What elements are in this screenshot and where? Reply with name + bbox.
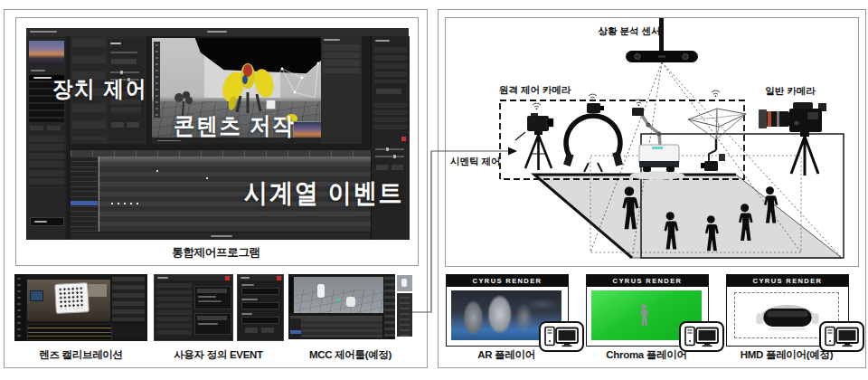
label-situation-sensor: 상황 분석 센서 <box>584 25 675 38</box>
spider-cam-icon <box>688 109 746 171</box>
timeline-selected-track <box>71 201 98 205</box>
calibration-board <box>54 282 90 314</box>
label-semantic-control: 시멘틱 제어 <box>450 156 500 168</box>
caption-lens-calibration: 렌즈 캘리브레이션 <box>14 348 147 362</box>
pc-monitor-icon <box>543 326 580 347</box>
timeline-ruler <box>71 150 371 157</box>
sidebar-input <box>30 217 64 226</box>
cinema-camera-icon <box>759 102 826 176</box>
chroma-player-titlebar: CYRUS RENDER <box>587 275 708 287</box>
stage-floor <box>534 175 842 258</box>
ring-rail-camera-icon <box>563 103 623 172</box>
label-general-camera: 일반 카메라 <box>754 85 826 98</box>
mcc-tool-screenshot <box>288 274 395 339</box>
record-indicator <box>401 137 406 141</box>
overlay-content-authoring: 콘텐츠 저작 <box>174 110 295 142</box>
pc-monitor-badge <box>819 321 864 352</box>
scene-objects-panel <box>321 36 362 144</box>
robot-arm-camera-icon <box>630 108 684 180</box>
overlay-timeseries-event: 시계열 이벤트 <box>244 176 403 212</box>
ptz-camera-icon <box>515 113 553 170</box>
user-event-screenshot-side <box>237 274 284 341</box>
label-remote-cameras: 원격 제어 카메라 <box>499 84 571 97</box>
caption-user-event: 사용자 정의 EVENT <box>152 348 285 362</box>
caption-mcc-tool: MCC 제어툴(예정) <box>288 348 412 362</box>
editor-title-dash <box>207 31 227 33</box>
pc-monitor-icon <box>824 326 860 347</box>
camera-feed <box>27 280 110 321</box>
overlay-device-control: 장치 제어 <box>52 74 147 104</box>
viewport-left-toolbar <box>154 42 160 118</box>
pc-monitor-icon <box>684 326 720 347</box>
mcc-viewport <box>294 277 383 313</box>
sidebar-button-1 <box>30 126 43 130</box>
timeline-track-list <box>71 157 98 232</box>
mcc-side-panel <box>397 275 412 337</box>
studio-diagram <box>446 18 856 264</box>
preview-thumbnail <box>29 41 64 65</box>
mcc-timeline <box>290 316 382 337</box>
vr-headset-icon <box>751 296 824 336</box>
system-infographic: 장치 제어 콘텐츠 저작 시계열 이벤트 통합제어프로그램 <box>0 0 868 380</box>
ar-player-titlebar: CYRUS RENDER <box>447 275 568 287</box>
record-dot <box>277 276 281 280</box>
lens-calibration-screenshot <box>14 274 147 341</box>
user-event-screenshot-main <box>154 274 233 341</box>
caption-integrated-control: 통합제어프로그램 <box>15 245 417 261</box>
editor-menu-dashes <box>30 31 57 33</box>
editor-sidebar <box>27 36 66 240</box>
sidebar-button-2 <box>47 126 61 130</box>
pc-monitor-badge <box>679 321 724 352</box>
timeline-playhead <box>99 157 99 232</box>
calibration-graph <box>27 324 112 340</box>
pc-monitor-badge <box>539 321 584 352</box>
channel-list <box>29 136 64 188</box>
white-cube-prop <box>266 100 276 109</box>
sidebar-label-dash <box>31 70 45 71</box>
record-dot <box>225 276 230 280</box>
editor-statusbar <box>71 233 371 240</box>
chroma-figure-icon <box>638 303 658 330</box>
hmd-player-titlebar: CYRUS RENDER <box>727 275 848 287</box>
